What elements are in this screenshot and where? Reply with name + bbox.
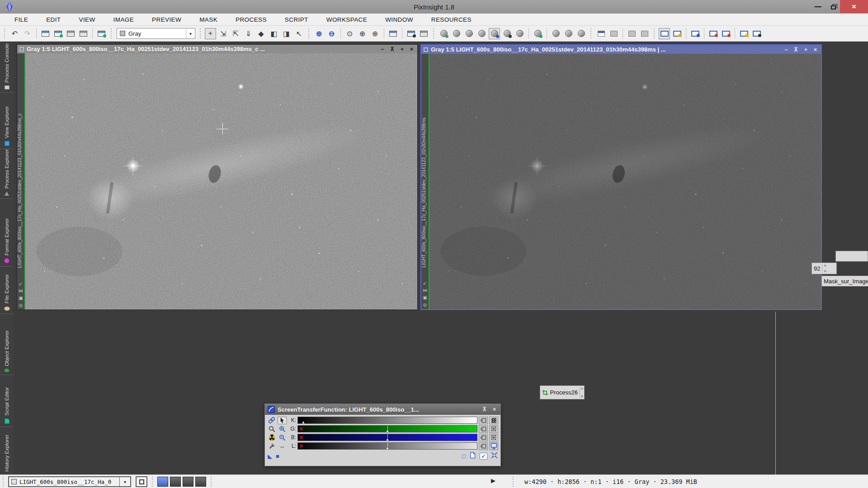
- reset-channel-l-icon[interactable]: [479, 442, 488, 450]
- workspace-swatch-1-active[interactable]: [157, 477, 168, 487]
- selection-icon[interactable]: ▣: [19, 296, 23, 300]
- radiation-icon[interactable]: [267, 434, 276, 441]
- dock-tab-script-editor[interactable]: Script Editor: [0, 375, 14, 427]
- menu-edit[interactable]: EDIT: [37, 16, 70, 23]
- dock-tab-process-explorer[interactable]: Process Explorer: [0, 149, 14, 199]
- track-view-checkbox[interactable]: ✓: [480, 453, 487, 460]
- process-icon-92[interactable]: 92 N D: [811, 263, 837, 274]
- toolbar-drag-handle[interactable]: [653, 28, 656, 38]
- process-icon-grip[interactable]: N D: [580, 387, 584, 398]
- new-instance-triangle-icon[interactable]: ◣: [268, 453, 272, 460]
- color-management-icon[interactable]: [532, 28, 543, 39]
- cascade-windows-icon[interactable]: [406, 28, 417, 39]
- stf-white-point-icon[interactable]: [514, 28, 525, 39]
- preview-right-icon[interactable]: ◨: [281, 28, 292, 39]
- target-icon[interactable]: ◎: [423, 302, 427, 307]
- toolbar-drag-handle[interactable]: [590, 28, 593, 38]
- stf-titlebar[interactable]: ScreenTransferFunction: LIGHT_600s_800is…: [265, 404, 500, 415]
- pin-desktop-icon[interactable]: [738, 28, 750, 39]
- stf-enabled-icon[interactable]: [489, 28, 500, 39]
- menu-script[interactable]: SCRIPT: [276, 16, 317, 23]
- select-mode-icon[interactable]: ↖: [293, 28, 305, 39]
- mask-enable-icon[interactable]: [595, 28, 607, 39]
- view-thumbnail-button[interactable]: [136, 476, 147, 487]
- toolbar-drag-handle[interactable]: [110, 28, 113, 38]
- stf-slider-l[interactable]: × ▲: [297, 442, 477, 450]
- window-close-icon[interactable]: ×: [812, 47, 819, 53]
- zoom-out-blue-icon[interactable]: [278, 434, 287, 441]
- grip-new-instance[interactable]: N: [824, 264, 826, 267]
- toolbar-drag-handle[interactable]: [432, 28, 435, 38]
- workspace-1-icon[interactable]: [659, 28, 670, 39]
- midtone-handle[interactable]: ▲: [386, 429, 389, 433]
- chevron-down-icon[interactable]: ▾: [119, 477, 130, 486]
- minimize-button[interactable]: [810, 0, 826, 13]
- gamut-check-icon[interactable]: [563, 28, 574, 39]
- statusbar-drag-handle[interactable]: [512, 477, 515, 487]
- edit-cursor-icon[interactable]: [278, 417, 287, 424]
- stf-reset-icon[interactable]: [463, 28, 475, 39]
- bring-to-front-icon[interactable]: [751, 28, 762, 39]
- dock-tab-object-explorer[interactable]: Object Explorer: [0, 314, 14, 375]
- new-window-icon[interactable]: [96, 28, 107, 39]
- clone-image-icon[interactable]: [78, 28, 89, 39]
- icc-profile-icon[interactable]: [550, 28, 561, 39]
- link-rgb-icon[interactable]: [267, 417, 276, 424]
- mask-show-icon[interactable]: [608, 28, 619, 39]
- image-window-left-titlebar[interactable]: Gray 1:5 LIGHT_600s_800iso__17c_Ha_00251…: [17, 45, 417, 53]
- dock-tab-process-console[interactable]: Process Console: [0, 42, 14, 93]
- dock-tab-history-explorer[interactable]: History Explorer: [0, 427, 14, 474]
- image-window-right-sidebar[interactable]: LIGHT_600s_800iso__17c_Ha_00251stdev_201…: [421, 54, 429, 309]
- menu-preview[interactable]: PREVIEW: [143, 16, 190, 23]
- grip-drag[interactable]: D: [824, 270, 826, 272]
- zoom-in-blue-icon[interactable]: [278, 425, 287, 433]
- wrench-icon[interactable]: [267, 442, 276, 450]
- fit-view-icon[interactable]: ⋈: [423, 288, 427, 293]
- horizontal-arrows-icon[interactable]: ↔: [278, 442, 287, 450]
- stf-slider-g[interactable]: × ▲: [297, 425, 477, 432]
- stf-shade-icon[interactable]: ⊼: [481, 406, 488, 413]
- window-minimize-icon[interactable]: −: [783, 47, 789, 53]
- pan-icon[interactable]: ↙: [19, 281, 23, 286]
- midtone-handle[interactable]: ▲: [386, 446, 389, 450]
- menu-view[interactable]: VIEW: [70, 16, 104, 23]
- reset-dialog-icon[interactable]: [491, 452, 498, 460]
- process-icon-grip[interactable]: ᐧᐧ: [838, 252, 844, 260]
- hide-windows-icon[interactable]: [708, 28, 719, 39]
- redo-icon[interactable]: ↷: [22, 28, 33, 39]
- process-icon-grip[interactable]: N D: [822, 264, 828, 273]
- maximize-window-icon[interactable]: [387, 28, 399, 39]
- statusbar-drag-handle[interactable]: [210, 477, 213, 487]
- zoom-to-fit-icon[interactable]: ⊕: [357, 28, 368, 39]
- window-shade-icon[interactable]: ⊼: [792, 47, 800, 53]
- workspace-swatch-3[interactable]: [183, 477, 193, 487]
- preview-left-icon[interactable]: ◧: [268, 28, 279, 39]
- menu-mask[interactable]: MASK: [190, 16, 226, 23]
- workspace-swatch-4[interactable]: [195, 477, 206, 487]
- reset-channel-g-icon[interactable]: [479, 425, 488, 433]
- dock-tab-format-explorer[interactable]: Format Explorer: [0, 199, 14, 267]
- mask-remove-icon[interactable]: [639, 28, 650, 39]
- zoom-out-icon[interactable]: ⊖: [326, 28, 337, 39]
- menu-window[interactable]: WINDOW: [376, 16, 422, 23]
- browse-documentation-icon[interactable]: □: [462, 453, 466, 460]
- zoom-out-tool-icon[interactable]: [267, 425, 276, 433]
- tile-windows-icon[interactable]: [418, 28, 429, 39]
- image-window-left-sidebar[interactable]: LIGHT_600s_800iso__17c_Ha_00251stdev_201…: [17, 53, 25, 310]
- dock-tab-file-explorer[interactable]: File Explorer: [0, 267, 14, 314]
- close-windows-icon[interactable]: [720, 28, 731, 39]
- stf-link-icon[interactable]: [476, 28, 487, 39]
- image-window-right[interactable]: Gray 1:5 LIGHT_600s_800iso__17c_Ha_00251…: [420, 44, 822, 310]
- mask-invert-icon[interactable]: [626, 28, 637, 39]
- toolbar-drag-handle[interactable]: [199, 28, 202, 38]
- pan-icon[interactable]: ↙: [423, 281, 427, 286]
- fit-mode-icon[interactable]: ⇓: [243, 28, 254, 39]
- grip-new-instance[interactable]: N: [581, 387, 583, 390]
- display-mode-select[interactable]: Gray ▾: [117, 28, 195, 39]
- grip-drag[interactable]: D: [581, 395, 583, 398]
- stf-auto-stretch-icon[interactable]: [438, 28, 449, 39]
- window-close-icon[interactable]: ×: [408, 46, 415, 52]
- reset-channel-b-icon[interactable]: [479, 434, 488, 441]
- image-canvas-right[interactable]: [429, 54, 821, 309]
- close-button[interactable]: ×: [840, 0, 868, 13]
